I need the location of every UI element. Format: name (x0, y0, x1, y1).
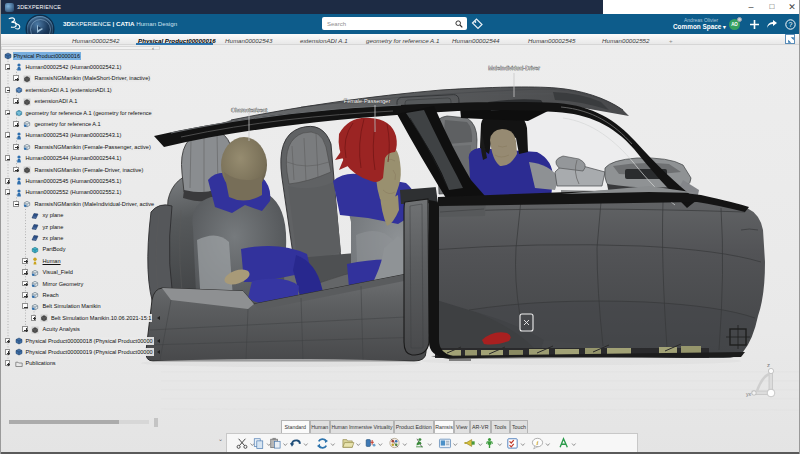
svg-text:MaleIndividual-Driver: MaleIndividual-Driver (488, 65, 540, 71)
svg-text:?: ? (789, 21, 793, 28)
svg-text:yx: yx (746, 391, 752, 397)
svg-text:i: i (537, 438, 539, 445)
svg-text:z: z (767, 362, 770, 368)
svg-text:Female-Passenger: Female-Passenger (344, 98, 391, 104)
svg-text:Character/seat: Character/seat (231, 107, 268, 113)
